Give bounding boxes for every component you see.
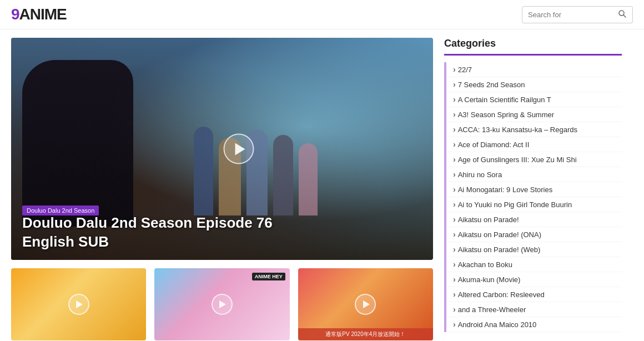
categories-underline [444,54,622,56]
category-link-3[interactable]: A3! Season Spring & Summer [458,111,554,119]
category-link-13[interactable]: Akachan to Boku [458,260,512,269]
categories-title: Categories [444,38,622,49]
category-link-1[interactable]: 7 Seeds 2nd Season [458,81,525,89]
search-input[interactable] [522,7,614,22]
category-item-7[interactable]: Ahiru no Sora [446,167,622,182]
category-item-12[interactable]: Aikatsu on Parade! (Web) [446,242,622,257]
thumb-image-1 [11,268,146,340]
hero-characters [11,104,433,215]
hero-play-button[interactable] [224,134,254,164]
content-area: Douluo Dalu 2nd Season Douluo Dalu 2nd S… [11,38,433,341]
thumb-play-3[interactable] [355,294,376,315]
thumb-image-3: 通常版PV 2020年4月放送開始！ [298,268,433,340]
category-item-0[interactable]: 22/7 [446,62,622,77]
category-link-12[interactable]: Aikatsu on Parade! (Web) [458,245,541,254]
logo[interactable]: 9ANIME [11,6,67,23]
hero-section[interactable]: Douluo Dalu 2nd Season Douluo Dalu 2nd S… [11,38,433,260]
categories-list: 22/77 Seeds 2nd SeasonA Certain Scientif… [444,62,622,332]
category-link-8[interactable]: Ai Monogatari: 9 Love Stories [458,185,553,194]
category-item-14[interactable]: Akuma-kun (Movie) [446,272,622,287]
category-item-3[interactable]: A3! Season Spring & Summer [446,107,622,122]
category-item-17[interactable]: Android Ana Maico 2010 [446,317,622,332]
hero-title: Douluo Dalu 2nd Season Episode 76 Englis… [22,214,273,252]
thumb-play-1[interactable] [68,294,89,315]
category-link-7[interactable]: Ahiru no Sora [458,170,502,179]
category-item-13[interactable]: Akachan to Boku [446,257,622,272]
category-link-10[interactable]: Aikatsu on Parade! [458,215,519,224]
category-link-15[interactable]: Altered Carbon: Resleeved [458,290,545,299]
sidebar: Categories 22/77 Seeds 2nd SeasonA Certa… [444,38,622,341]
character-5 [299,143,318,215]
category-link-17[interactable]: Android Ana Maico 2010 [458,320,537,329]
logo-text: ANIME [19,6,67,23]
category-item-1[interactable]: 7 Seeds 2nd Season [446,77,622,92]
category-item-11[interactable]: Aikatsu on Parade! (ONA) [446,227,622,242]
search-box [522,6,633,23]
category-link-0[interactable]: 22/7 [458,66,472,74]
category-item-6[interactable]: Age of Gunslingers III: Xue Zu Mi Shi [446,152,622,167]
category-link-11[interactable]: Aikatsu on Parade! (ONA) [458,230,541,239]
category-link-2[interactable]: A Certain Scientific Railgun T [458,96,551,104]
category-link-16[interactable]: and a Three-Wheeler [458,305,526,314]
thumb-image-2: ANIME HEY [154,268,289,340]
category-link-4[interactable]: ACCA: 13-ku Kansatsu-ka – Regards [458,126,577,134]
logo-9: 9 [11,6,19,23]
main-layout: Douluo Dalu 2nd Season Douluo Dalu 2nd S… [0,29,644,341]
category-item-5[interactable]: Ace of Diamond: Act II [446,137,622,152]
category-link-5[interactable]: Ace of Diamond: Act II [458,141,530,149]
anime-hey-badge: ANIME HEY [252,273,285,280]
thumbnails-row: Watanuki-san Chi to Episode 5 ANIME HEY … [11,268,433,341]
category-link-14[interactable]: Akuma-kun (Movie) [458,275,521,284]
thumb-play-2[interactable] [212,294,233,315]
category-item-2[interactable]: A Certain Scientific Railgun T [446,92,622,107]
character-1 [194,127,213,215]
svg-line-1 [623,15,626,17]
thumb-card-2[interactable]: ANIME HEY Ore no Yubi de Midarero. Episo… [154,268,289,341]
category-item-10[interactable]: Aikatsu on Parade! [446,212,622,227]
category-item-4[interactable]: ACCA: 13-ku Kansatsu-ka – Regards [446,122,622,137]
category-item-15[interactable]: Altered Carbon: Resleeved [446,287,622,302]
category-item-8[interactable]: Ai Monogatari: 9 Love Stories [446,182,622,197]
category-link-9[interactable]: Ai to Yuuki no Pig Girl Tonde Buurin [458,200,572,209]
category-link-6[interactable]: Age of Gunslingers III: Xue Zu Mi Shi [458,156,577,164]
thumb-card-3[interactable]: 通常版PV 2020年4月放送開始！ Ore no Yubi de Midare… [298,268,433,341]
header: 9ANIME [0,0,644,29]
search-icon [618,10,626,18]
jp-text-overlay: 通常版PV 2020年4月放送開始！ [298,328,433,340]
search-button[interactable] [614,7,631,23]
character-4 [273,135,293,215]
category-item-16[interactable]: and a Three-Wheeler [446,302,622,317]
category-item-9[interactable]: Ai to Yuuki no Pig Girl Tonde Buurin [446,197,622,212]
thumb-card-1[interactable]: Watanuki-san Chi to Episode 5 [11,268,146,341]
